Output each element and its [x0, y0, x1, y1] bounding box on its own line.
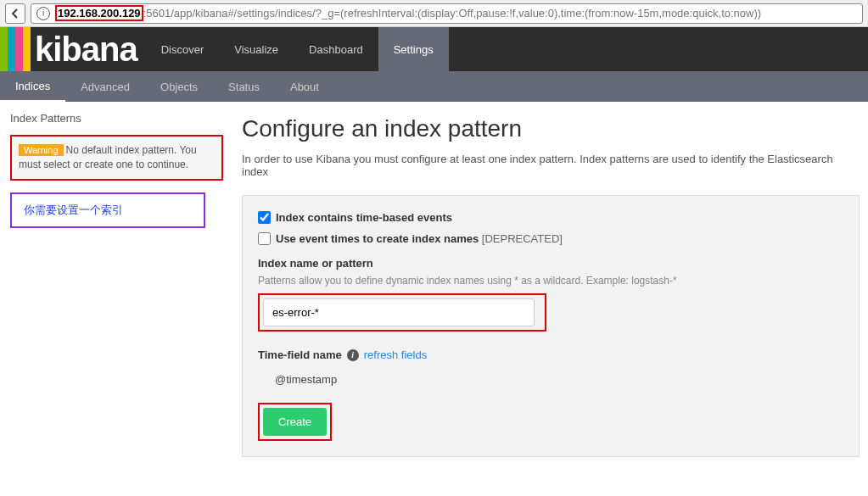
- create-button[interactable]: Create: [263, 408, 327, 436]
- subnav-status[interactable]: Status: [213, 71, 275, 102]
- sidebar-heading: Index Patterns: [10, 112, 223, 125]
- timefield-label: Time-field name: [258, 348, 342, 361]
- browser-url-bar[interactable]: i 192.168.200.129:5601/app/kibana#/setti…: [31, 3, 863, 24]
- checkbox-time-based-label: Index contains time-based events: [276, 211, 452, 224]
- page-title: Configure an index pattern: [242, 115, 860, 142]
- nav-dashboard[interactable]: Dashboard: [294, 27, 378, 71]
- url-ip: 192.168.200.129: [55, 5, 143, 21]
- info-icon[interactable]: i: [347, 349, 359, 361]
- subnav-objects[interactable]: Objects: [145, 71, 213, 102]
- checkbox-event-times-label: Use event times to create index names: [276, 232, 479, 245]
- index-name-label: Index name or pattern: [258, 257, 843, 270]
- checkbox-time-based-input[interactable]: [258, 211, 271, 224]
- checkbox-event-times-input[interactable]: [258, 232, 271, 245]
- checkbox-time-based[interactable]: Index contains time-based events: [258, 211, 843, 224]
- warning-badge: Warning: [19, 144, 64, 156]
- subnav-advanced[interactable]: Advanced: [65, 71, 145, 102]
- nav-discover[interactable]: Discover: [146, 27, 220, 71]
- browser-back-button[interactable]: [5, 3, 25, 24]
- refresh-fields-link[interactable]: refresh fields: [364, 348, 427, 361]
- nav-settings[interactable]: Settings: [378, 27, 449, 71]
- info-icon: i: [36, 7, 50, 20]
- checkbox-event-times[interactable]: Use event times to create index names [D…: [258, 232, 843, 245]
- url-path: /app/kibana#/settings/indices/?_g=(refre…: [171, 7, 761, 20]
- url-port: :5601: [143, 7, 171, 20]
- subnav-about[interactable]: About: [275, 71, 334, 102]
- index-name-input[interactable]: [263, 298, 535, 326]
- annotation-box: 你需要设置一个索引: [10, 192, 205, 228]
- index-name-hint: Patterns allow you to define dynamic ind…: [258, 275, 843, 287]
- nav-visualize[interactable]: Visualize: [219, 27, 294, 71]
- logo-stripes: [0, 27, 31, 71]
- form-panel: Index contains time-based events Use eve…: [242, 195, 860, 457]
- page-description: In order to use Kibana you must configur…: [242, 153, 860, 178]
- deprecated-tag: [DEPRECATED]: [482, 232, 563, 245]
- warning-box: WarningNo default index pattern. You mus…: [10, 135, 223, 181]
- logo-text: kibana: [31, 27, 146, 71]
- subnav-indices[interactable]: Indices: [0, 71, 65, 102]
- timefield-value[interactable]: @timestamp: [258, 366, 843, 393]
